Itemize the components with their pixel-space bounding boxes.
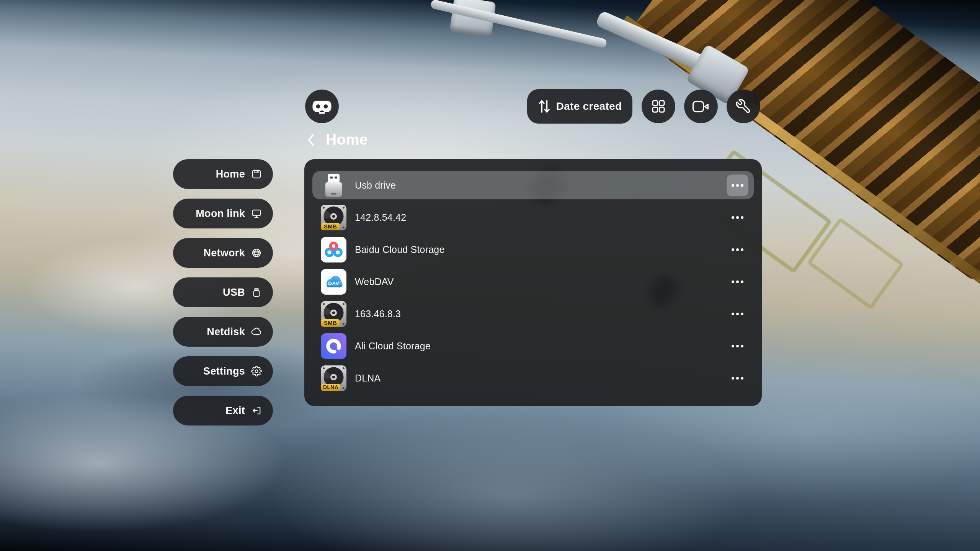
sort-button-label: Date created <box>556 100 622 112</box>
sidebar: Home Moon link Network <box>173 159 273 425</box>
list-item-usb-drive[interactable]: Usb drive <box>312 171 754 199</box>
list-item-label: DLNA <box>355 373 381 384</box>
list-item-smb-142[interactable]: SMB 142.8.54.42 <box>312 203 754 231</box>
sort-button[interactable]: Date created <box>527 89 632 124</box>
cloud-icon <box>251 326 262 337</box>
exit-icon <box>251 405 262 416</box>
storage-list-panel: Usb drive SMB 142.8.54.42 <box>304 159 762 406</box>
more-button[interactable] <box>727 335 748 357</box>
list-item-label: Baidu Cloud Storage <box>355 244 445 255</box>
more-button[interactable] <box>727 207 748 228</box>
ellipsis-icon <box>732 313 743 315</box>
list-item-label: WebDAV <box>355 276 394 287</box>
sidebar-item-label: Settings <box>203 365 245 377</box>
monitor-icon <box>251 208 262 219</box>
ellipsis-icon <box>732 377 743 380</box>
gear-icon <box>251 366 262 377</box>
sidebar-item-exit[interactable]: Exit <box>173 396 273 425</box>
sidebar-item-moon-link[interactable]: Moon link <box>173 199 273 228</box>
ellipsis-icon <box>732 345 743 347</box>
smb-disk-icon: SMB <box>320 300 348 328</box>
grid-view-button[interactable] <box>642 90 675 123</box>
video-capture-icon <box>692 100 710 113</box>
screen-record-button[interactable] <box>684 90 718 123</box>
webdav-cloud-icon: DAV <box>320 268 348 296</box>
list-item-webdav[interactable]: DAV WebDAV <box>312 267 754 296</box>
wrench-icon <box>735 98 751 114</box>
dlna-disk-icon: DLNA <box>320 364 348 392</box>
smb-badge: SMB <box>321 319 340 327</box>
sidebar-item-label: Exit <box>225 405 245 417</box>
more-button[interactable] <box>727 367 748 389</box>
sidebar-item-label: USB <box>223 287 245 298</box>
ali-drive-icon <box>320 332 348 360</box>
list-item-label: Ali Cloud Storage <box>355 341 431 352</box>
ellipsis-icon <box>732 216 743 219</box>
ellipsis-icon <box>732 184 743 187</box>
smb-badge: SMB <box>321 223 340 230</box>
more-button[interactable] <box>727 239 748 261</box>
more-button[interactable] <box>727 303 748 325</box>
list-item-label: 142.8.54.42 <box>355 212 406 223</box>
tools-button[interactable] <box>727 90 760 123</box>
more-button[interactable] <box>727 271 748 293</box>
chevron-left-icon <box>307 133 315 147</box>
sort-arrows-icon <box>538 98 551 114</box>
sidebar-item-label: Home <box>216 168 245 180</box>
breadcrumb: Home <box>307 130 368 149</box>
sidebar-item-label: Moon link <box>196 208 245 220</box>
sidebar-item-label: Network <box>203 247 245 259</box>
list-item-ali-cloud[interactable]: Ali Cloud Storage <box>312 332 754 360</box>
robotic-arm-segment <box>595 10 706 72</box>
sidebar-item-label: Netdisk <box>207 326 245 338</box>
baidu-netdisk-icon <box>320 236 348 264</box>
dlna-badge: DLNA <box>321 384 340 391</box>
list-item-dlna[interactable]: DLNA DLNA <box>312 364 754 392</box>
vr-mode-button[interactable] <box>305 90 339 123</box>
usb-stick-icon <box>251 287 262 298</box>
more-button[interactable] <box>727 174 748 196</box>
back-button[interactable] <box>307 133 315 147</box>
vr-goggles-icon <box>312 99 332 114</box>
sidebar-item-network[interactable]: Network <box>173 238 273 268</box>
usb-drive-icon <box>320 171 348 199</box>
list-item-smb-163[interactable]: SMB 163.46.8.3 <box>312 300 754 328</box>
list-item-label: 163.46.8.3 <box>355 308 401 320</box>
page-title: Home <box>326 131 368 148</box>
list-item-baidu-cloud[interactable]: Baidu Cloud Storage <box>312 235 754 264</box>
smb-disk-icon: SMB <box>320 204 348 231</box>
sidebar-item-netdisk[interactable]: Netdisk <box>173 317 273 347</box>
floppy-icon <box>251 169 262 179</box>
ellipsis-icon <box>732 280 743 283</box>
dav-badge: DAV <box>320 280 348 286</box>
sidebar-item-settings[interactable]: Settings <box>173 356 273 386</box>
sidebar-item-usb[interactable]: USB <box>173 277 273 307</box>
list-item-label: Usb drive <box>355 180 396 191</box>
ellipsis-icon <box>732 248 743 251</box>
grid-view-icon <box>651 99 666 114</box>
sidebar-item-home[interactable]: Home <box>173 159 273 189</box>
globe-icon <box>251 248 262 258</box>
